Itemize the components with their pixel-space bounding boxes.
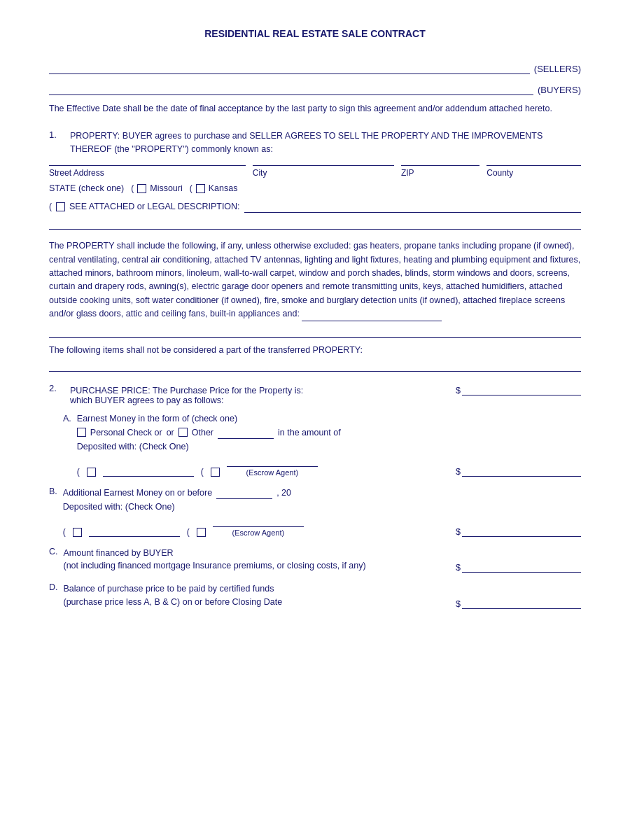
sub-section-c: C. Amount financed by BUYER (not includi… xyxy=(49,547,581,573)
purchase-price-label: PURCHASE PRICE: The Purchase Price for t… xyxy=(70,386,303,396)
additional-earnest-dollar: $ xyxy=(456,527,461,537)
additional-earnest-dollar-group: $ xyxy=(456,524,581,537)
sub-b-label: B. xyxy=(49,486,57,534)
property-includes-text: The PROPERTY shall include the following… xyxy=(49,239,581,321)
sub-section-a: A. Earnest Money in the form of (check o… xyxy=(63,414,581,477)
missouri-checkbox[interactable] xyxy=(137,184,146,193)
sub-c-label: C. xyxy=(49,547,58,556)
escrow-input-a2[interactable] xyxy=(227,454,318,467)
other-checkbox[interactable] xyxy=(178,428,188,437)
financed-dollar-group: $ xyxy=(456,560,581,573)
deposited-row-b: Deposited with: (Check One) xyxy=(63,502,449,512)
effective-date-text: The Effective Date shall be the date of … xyxy=(49,102,581,115)
date-suffix: , 20 xyxy=(276,488,291,498)
purchase-price-row: PURCHASE PRICE: The Purchase Price for t… xyxy=(70,383,581,396)
address-field-group: Street Address xyxy=(49,165,246,178)
see-attached-input[interactable] xyxy=(244,200,581,213)
escrow-item-a1 xyxy=(87,468,96,477)
sub-section-b: B. Additional Earnest Money on or before… xyxy=(49,486,581,537)
earnest-dollar-sign: $ xyxy=(456,467,461,477)
or-label: or xyxy=(167,428,174,438)
see-attached-row: ( SEE ATTACHED or LEGAL DESCRIPTION: xyxy=(49,200,581,213)
escrow-input-b1[interactable] xyxy=(89,524,180,537)
balance-dollar-group: $ xyxy=(456,596,581,609)
earnest-money-row: Earnest Money in the form of (check one)… xyxy=(77,414,581,477)
purchase-price-dollar-group: $ xyxy=(456,383,581,396)
buyers-label: (BUYERS) xyxy=(538,85,581,95)
escrow-item-a2 xyxy=(211,468,220,477)
amount-of-label: in the amount of xyxy=(278,428,341,438)
deposited-label-a: Deposited with: (Check One) xyxy=(77,442,189,451)
escrow-agent-label-b: (Escrow Agent) xyxy=(232,528,285,537)
see-attached-paren: ( xyxy=(49,202,52,211)
escrow-checkbox-b1[interactable] xyxy=(73,528,82,537)
property-includes-input[interactable] xyxy=(302,312,442,321)
city-input[interactable] xyxy=(253,165,394,166)
additional-earnest-input[interactable] xyxy=(462,524,581,537)
earnest-dollar-group: $ xyxy=(456,464,581,477)
other-input[interactable] xyxy=(218,426,274,439)
section-1-text: PROPERTY: BUYER agrees to purchase and S… xyxy=(70,130,581,156)
purchase-price-dollar-sign: $ xyxy=(456,386,461,396)
county-input[interactable] xyxy=(486,165,581,166)
missouri-checkbox-item[interactable]: ( Missouri xyxy=(131,183,183,193)
escrow-input-b2[interactable] xyxy=(213,514,304,527)
zip-field-group: ZIP xyxy=(401,165,479,178)
section-2: 2. PURCHASE PRICE: The Purchase Price fo… xyxy=(49,383,581,609)
additional-earnest-row: Additional Earnest Money on or before , … xyxy=(63,486,581,537)
purchase-price-sublabel: which BUYER agrees to pay as follows: xyxy=(70,396,581,405)
financed-amount-input[interactable] xyxy=(462,560,581,573)
section-1: 1. PROPERTY: BUYER agrees to purchase an… xyxy=(49,130,581,230)
balance-row: Balance of purchase price to be paid by … xyxy=(64,582,582,609)
sub-a-label: A. xyxy=(63,414,71,474)
city-field-group: City xyxy=(253,165,394,178)
zip-label: ZIP xyxy=(401,168,479,178)
sub-section-d: D. Balance of purchase price to be paid … xyxy=(49,582,581,609)
escrow-input-a1[interactable] xyxy=(103,464,194,477)
additional-date-input[interactable] xyxy=(216,486,272,499)
financed-text: Amount financed by BUYER (not including … xyxy=(64,547,449,573)
earnest-check-row: Personal Check or or Other in the amount… xyxy=(77,426,449,439)
buyers-row: (BUYERS) xyxy=(49,81,581,95)
escrow-section-b: ( ( (Escrow Agent) xyxy=(63,514,449,537)
earnest-title: Earnest Money in the form of (check one) xyxy=(77,414,449,424)
state-row: STATE (check one) ( Missouri ( Kansas xyxy=(49,183,581,193)
sellers-input-line[interactable] xyxy=(49,60,530,74)
property-includes-line xyxy=(49,326,581,338)
deposited-row-a: Deposited with: (Check One) xyxy=(77,442,449,451)
not-included-input[interactable] xyxy=(49,359,581,372)
not-included-text: The following items shall not be conside… xyxy=(49,345,581,355)
street-address-label: Street Address xyxy=(49,168,246,178)
additional-earnest-text: Additional Earnest Money on or before xyxy=(63,488,212,498)
escrow-checkbox-a2[interactable] xyxy=(211,468,220,477)
street-address-input[interactable] xyxy=(49,165,246,166)
purchase-price-input[interactable] xyxy=(462,383,581,396)
financed-dollar: $ xyxy=(456,563,461,573)
escrow-checkbox-a1[interactable] xyxy=(87,468,96,477)
section-1-num: 1. xyxy=(49,130,63,156)
sellers-row: (SELLERS) xyxy=(49,60,581,74)
missouri-label: Missouri xyxy=(150,183,183,193)
other-label: Other xyxy=(192,428,214,438)
buyers-input-line[interactable] xyxy=(49,81,533,95)
sellers-label: (SELLERS) xyxy=(534,64,581,74)
earnest-amount-input[interactable] xyxy=(462,464,581,477)
kansas-label: Kansas xyxy=(209,183,238,193)
county-label: County xyxy=(486,168,581,178)
zip-input[interactable] xyxy=(401,165,479,166)
kansas-checkbox-item[interactable]: ( Kansas xyxy=(190,183,238,193)
escrow-checkbox-b2[interactable] xyxy=(197,528,206,537)
balance-amount-input[interactable] xyxy=(462,596,581,609)
personal-check-checkbox[interactable] xyxy=(77,428,86,437)
escrow-agent-label-a: (Escrow Agent) xyxy=(246,468,299,477)
property-fields: Street Address City ZIP County xyxy=(49,165,581,178)
balance-text: Balance of purchase price to be paid by … xyxy=(64,582,449,609)
kansas-checkbox[interactable] xyxy=(196,184,205,193)
see-attached-checkbox[interactable] xyxy=(56,202,65,211)
page-title: RESIDENTIAL REAL ESTATE SALE CONTRACT xyxy=(49,28,581,39)
balance-dollar: $ xyxy=(456,599,461,609)
additional-earnest-line: Additional Earnest Money on or before , … xyxy=(63,486,449,499)
see-attached-label: SEE ATTACHED or LEGAL DESCRIPTION: xyxy=(69,202,240,211)
county-field-group: County xyxy=(486,165,581,178)
personal-check-label: Personal Check or xyxy=(90,428,162,438)
